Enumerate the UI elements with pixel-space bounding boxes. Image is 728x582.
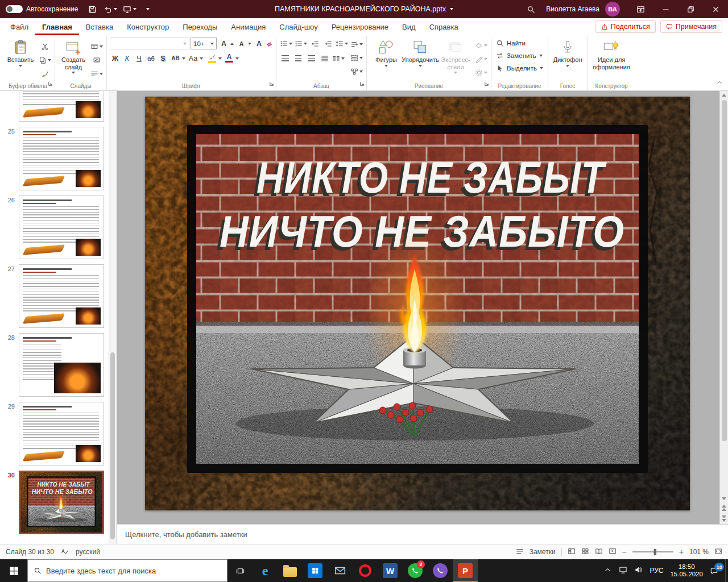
close-button[interactable] <box>703 0 728 18</box>
zoom-level[interactable]: 101 % <box>689 548 709 556</box>
quick-styles-button[interactable]: Экспресс-стили <box>438 38 473 74</box>
align-text-button[interactable] <box>350 52 363 64</box>
document-title[interactable]: ПАМЯТНИКИ КРАСНОАРМЕЙСКОГО РАЙОНА.pptx <box>275 5 453 13</box>
bold-button[interactable]: Ж <box>110 53 121 64</box>
find-button[interactable]: Найти <box>494 38 545 48</box>
minimize-button[interactable] <box>653 0 678 18</box>
notes-pane[interactable]: Щелкните, чтобы добавить заметки <box>117 524 728 544</box>
character-spacing-button[interactable]: АВ <box>169 52 186 64</box>
numbering-button[interactable] <box>294 38 308 49</box>
search-icon[interactable] <box>523 0 538 18</box>
taskbar-mail[interactable] <box>328 559 353 582</box>
grow-font-button[interactable]: А <box>218 38 234 49</box>
thumbnail-content[interactable] <box>19 91 104 122</box>
save-button[interactable] <box>85 0 100 18</box>
strikethrough-button[interactable]: аб <box>146 53 156 64</box>
shape-fill-button[interactable] <box>474 39 488 51</box>
design-ideas-button[interactable]: Идеи для оформления <box>590 38 632 70</box>
thumbnail-slide-25[interactable]: 25 <box>2 127 116 190</box>
previous-slide-button[interactable] <box>722 505 726 511</box>
ribbon-display-options-button[interactable] <box>628 0 653 18</box>
tab-insert[interactable]: Вставка <box>79 18 120 35</box>
slideshow-view-button[interactable] <box>609 547 617 557</box>
change-case-button[interactable]: Аа <box>187 52 204 64</box>
align-left-button[interactable] <box>279 52 291 64</box>
next-slide-button[interactable] <box>722 516 726 522</box>
columns-button[interactable] <box>332 52 345 64</box>
taskbar-edge[interactable]: e <box>253 559 278 582</box>
thumbnail-slide-27[interactable]: 27 <box>2 264 116 328</box>
dictate-button[interactable]: Диктофон <box>551 38 584 67</box>
select-button[interactable]: Выделить <box>494 63 545 73</box>
vertical-scrollbar[interactable] <box>719 91 728 524</box>
clock[interactable]: 18:50 15.05.2020 <box>670 563 703 579</box>
thumbnail-scrollbar-thumb[interactable] <box>110 352 115 539</box>
slide-sorter-view-button[interactable] <box>581 547 589 557</box>
share-button[interactable]: Поделиться <box>595 20 656 33</box>
tray-volume-icon[interactable] <box>634 566 643 576</box>
drawing-dialog-launcher[interactable] <box>484 78 489 89</box>
autosave-control[interactable]: Автосохранение <box>6 5 78 13</box>
show-desktop-strip[interactable] <box>725 559 728 582</box>
start-button[interactable] <box>0 559 27 582</box>
thumbnail-slide-28[interactable]: 28 <box>2 333 116 397</box>
slide-canvas[interactable] <box>117 91 728 524</box>
notification-center-button[interactable]: 10 <box>710 567 721 575</box>
customize-qat-button[interactable] <box>140 0 155 18</box>
increase-indent-button[interactable] <box>322 38 334 49</box>
notes-icon[interactable] <box>516 547 524 557</box>
fit-slide-button[interactable] <box>714 547 722 557</box>
bullets-button[interactable] <box>279 38 293 49</box>
font-dialog-launcher[interactable] <box>269 78 274 89</box>
decrease-indent-button[interactable] <box>309 38 321 49</box>
cut-button[interactable] <box>38 40 52 52</box>
tab-file[interactable]: Файл <box>3 18 35 35</box>
slide-layout-button[interactable] <box>90 40 104 52</box>
reading-view-button[interactable] <box>595 547 603 557</box>
italic-button[interactable]: К <box>122 53 133 64</box>
taskbar-search[interactable] <box>27 559 228 582</box>
format-painter-button[interactable] <box>38 68 52 80</box>
clear-formatting-button[interactable]: А <box>253 38 273 49</box>
thumbnail-scrollbar[interactable] <box>109 91 116 544</box>
thumbnail-content[interactable] <box>19 127 104 190</box>
thumbnail-content[interactable] <box>19 264 104 328</box>
thumbnail-slide-30-selected[interactable]: 30 <box>2 471 116 534</box>
paragraph-dialog-launcher[interactable] <box>359 78 365 89</box>
text-direction-button[interactable] <box>350 38 363 50</box>
align-right-button[interactable] <box>305 52 317 64</box>
notes-toggle[interactable]: Заметки <box>530 548 556 556</box>
taskbar-store[interactable] <box>303 559 328 582</box>
tray-network-icon[interactable] <box>619 566 627 576</box>
zoom-out-button[interactable]: − <box>622 548 627 556</box>
tab-design[interactable]: Конструктор <box>120 18 176 35</box>
thumbnail-content[interactable] <box>19 471 104 534</box>
avatar[interactable]: ВА <box>605 2 620 16</box>
taskbar-file-explorer[interactable] <box>278 559 303 582</box>
taskbar-whatsapp[interactable]: 2 <box>403 559 428 582</box>
taskbar-opera[interactable] <box>353 559 378 582</box>
thumbnail-content[interactable] <box>19 402 104 465</box>
arrange-button[interactable]: Упорядочить <box>404 38 437 67</box>
thumbnail-slide-29[interactable]: 29 <box>2 402 116 465</box>
taskbar-powerpoint[interactable]: P <box>453 559 478 582</box>
comments-button[interactable]: Примечания <box>660 20 722 33</box>
convert-to-smartart-button[interactable] <box>350 65 363 77</box>
section-button[interactable] <box>90 68 104 80</box>
zoom-in-button[interactable]: + <box>679 548 684 556</box>
tab-animations[interactable]: Анимация <box>224 18 272 35</box>
font-name-combo[interactable] <box>110 38 189 49</box>
line-spacing-button[interactable] <box>335 38 349 49</box>
scroll-up-arrow[interactable] <box>722 94 726 97</box>
autosave-toggle[interactable] <box>6 5 23 13</box>
spellcheck-icon[interactable] <box>61 547 69 557</box>
scrollbar-thumb[interactable] <box>722 100 727 441</box>
thumbnail-content[interactable] <box>19 196 104 259</box>
undo-button[interactable] <box>102 0 119 18</box>
copy-button[interactable] <box>38 54 52 66</box>
replace-button[interactable]: Заменить <box>494 50 545 61</box>
language-code[interactable]: РУС <box>650 567 663 575</box>
tab-slideshow[interactable]: Слайд-шоу <box>272 18 324 35</box>
tray-chevron-icon[interactable] <box>603 566 612 576</box>
highlight-color-button[interactable] <box>206 52 222 64</box>
